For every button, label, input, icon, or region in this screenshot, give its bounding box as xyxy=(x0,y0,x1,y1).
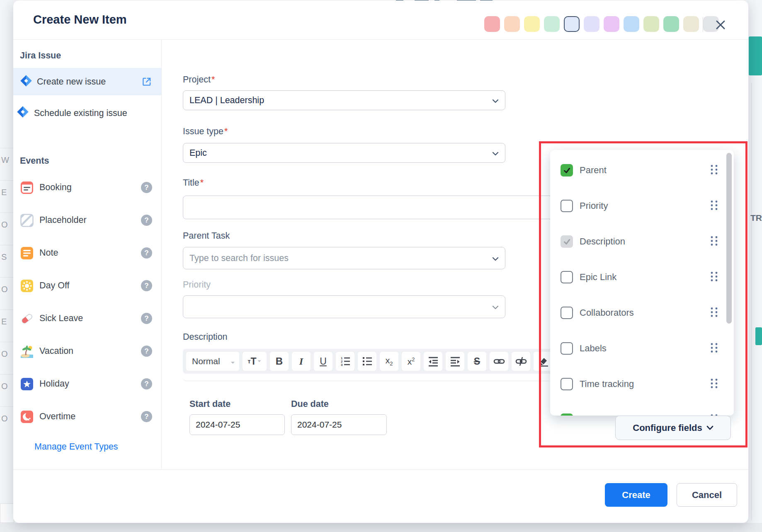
field-label: Collaborators xyxy=(580,307,634,318)
strikethrough-button[interactable]: S xyxy=(468,352,486,371)
color-swatch[interactable] xyxy=(663,16,679,32)
drag-handle-icon[interactable] xyxy=(710,378,718,391)
field-checkbox-unchecked[interactable] xyxy=(561,307,573,319)
help-icon[interactable]: ? xyxy=(141,411,152,422)
sidebar-item-holiday[interactable]: Holiday ? xyxy=(13,368,161,400)
field-checkbox-unchecked[interactable] xyxy=(561,378,573,390)
background-letter: S xyxy=(1,252,7,262)
unlink-button[interactable] xyxy=(512,352,530,371)
create-new-item-modal: Create New Item Jira Issue Create new is… xyxy=(13,0,748,523)
help-icon[interactable]: ? xyxy=(141,280,152,291)
chevron-down-icon xyxy=(492,95,499,106)
sidebar-item-create-new-issue[interactable]: Create new issue xyxy=(13,68,161,95)
priority-select[interactable] xyxy=(183,295,505,318)
help-icon[interactable]: ? xyxy=(141,313,152,324)
sidebar-item-vacation[interactable]: Vacation ? xyxy=(13,335,161,368)
drag-handle-icon[interactable] xyxy=(710,307,718,319)
event-label: Vacation xyxy=(39,346,73,356)
field-label: Description xyxy=(580,236,625,247)
required-asterisk: * xyxy=(211,75,215,85)
modal-header: Create New Item xyxy=(13,0,748,40)
color-swatch[interactable] xyxy=(604,16,619,32)
color-swatch-selected[interactable] xyxy=(564,16,580,32)
drag-handle-icon[interactable] xyxy=(710,164,718,177)
outdent-button[interactable] xyxy=(424,352,442,371)
drag-handle-icon[interactable] xyxy=(710,200,718,213)
due-date-input[interactable]: 2024-07-25 xyxy=(291,414,387,435)
cancel-button[interactable]: Cancel xyxy=(677,483,737,507)
color-swatch[interactable] xyxy=(544,16,560,32)
field-checkbox-checked[interactable] xyxy=(561,164,573,177)
italic-button[interactable]: I xyxy=(292,352,311,371)
issue-type-value: Epic xyxy=(189,148,207,158)
manage-event-types-link[interactable]: Manage Event Types xyxy=(34,442,118,452)
booking-icon xyxy=(20,181,34,195)
project-label: Project* xyxy=(183,75,215,85)
clear-format-button[interactable] xyxy=(534,352,552,371)
sidebar-item-schedule-existing-issue[interactable]: Schedule existing issue xyxy=(17,106,141,123)
issue-type-select[interactable]: Epic xyxy=(183,143,505,163)
sidebar-item-booking[interactable]: Booking ? xyxy=(13,171,161,204)
color-swatch[interactable] xyxy=(624,16,639,32)
field-checkbox-unchecked[interactable] xyxy=(561,271,573,283)
footer-divider xyxy=(13,469,748,470)
field-toggle-labels: Labels xyxy=(550,331,734,366)
chevron-down-icon xyxy=(231,356,235,366)
external-link-icon[interactable] xyxy=(141,76,152,87)
parent-task-select[interactable]: Type to search for issues xyxy=(183,247,505,269)
sidebar-item-day-off[interactable]: Day Off ? xyxy=(13,269,161,302)
color-swatch[interactable] xyxy=(504,16,520,32)
help-icon[interactable]: ? xyxy=(141,247,152,259)
help-icon[interactable]: ? xyxy=(141,182,152,193)
help-icon[interactable]: ? xyxy=(141,378,152,389)
field-checkbox-unchecked[interactable] xyxy=(561,200,573,212)
sidebar-item-overtime[interactable]: Overtime ? xyxy=(13,400,161,433)
start-date-input[interactable]: 2024-07-25 xyxy=(189,414,285,435)
underline-button[interactable]: U xyxy=(314,352,332,371)
help-icon[interactable]: ? xyxy=(141,346,152,357)
project-select[interactable]: LEAD | Leadership xyxy=(183,90,505,110)
configure-fields-label: Configure fields xyxy=(633,423,702,433)
color-swatch[interactable] xyxy=(524,16,540,32)
field-checkbox-unchecked[interactable] xyxy=(561,342,573,355)
sidebar-item-placeholder[interactable]: Placeholder ? xyxy=(13,204,161,237)
configure-fields-popup: Parent Priority Description Epic Link Co… xyxy=(550,150,734,416)
sidebar-item-note[interactable]: Note ? xyxy=(13,237,161,269)
field-toggle-list: Parent Priority Description Epic Link Co… xyxy=(550,152,734,416)
drag-handle-icon[interactable] xyxy=(710,271,718,284)
due-date-value: 2024-07-25 xyxy=(297,420,342,430)
background-grid-line xyxy=(0,406,13,407)
configure-fields-button[interactable]: Configure fields xyxy=(615,416,731,440)
paragraph-style-value: Normal xyxy=(192,356,220,366)
priority-label: Priority xyxy=(183,280,211,290)
jira-icon xyxy=(20,75,32,89)
paragraph-style-select[interactable]: Normal xyxy=(186,352,239,371)
ordered-list-button[interactable]: 123 xyxy=(336,352,354,371)
link-button[interactable] xyxy=(490,352,508,371)
svg-text:3: 3 xyxy=(341,363,343,367)
screen: WEOSOEOOO TR Create New Item Jira Issue xyxy=(0,0,762,532)
color-swatch[interactable] xyxy=(584,16,599,32)
drag-handle-icon[interactable] xyxy=(710,342,718,355)
color-swatch[interactable] xyxy=(484,16,500,32)
create-button[interactable]: Create xyxy=(605,483,667,507)
bullet-list-button[interactable] xyxy=(358,352,376,371)
sidebar-item-sick-leave[interactable]: Sick Leave ? xyxy=(13,302,161,335)
indent-button[interactable] xyxy=(446,352,464,371)
field-checkbox-checked-disabled[interactable] xyxy=(561,235,573,248)
color-swatch[interactable] xyxy=(683,16,699,32)
close-icon[interactable] xyxy=(712,17,729,33)
subscript-button[interactable]: x2 xyxy=(380,352,398,371)
superscript-button[interactable]: x2 xyxy=(402,352,420,371)
help-icon[interactable]: ? xyxy=(141,215,152,226)
popup-scrollbar[interactable] xyxy=(726,153,732,324)
drag-handle-icon[interactable] xyxy=(710,235,718,248)
color-swatch[interactable] xyxy=(643,16,659,32)
project-value: LEAD | Leadership xyxy=(189,95,264,106)
field-label: Priority xyxy=(580,201,608,211)
field-checkbox-checked[interactable] xyxy=(561,414,573,416)
parent-task-placeholder: Type to search for issues xyxy=(189,253,289,264)
bold-button[interactable]: B xyxy=(270,352,289,371)
font-size-button[interactable]: тT xyxy=(243,352,267,371)
chevron-down-icon xyxy=(492,148,499,158)
